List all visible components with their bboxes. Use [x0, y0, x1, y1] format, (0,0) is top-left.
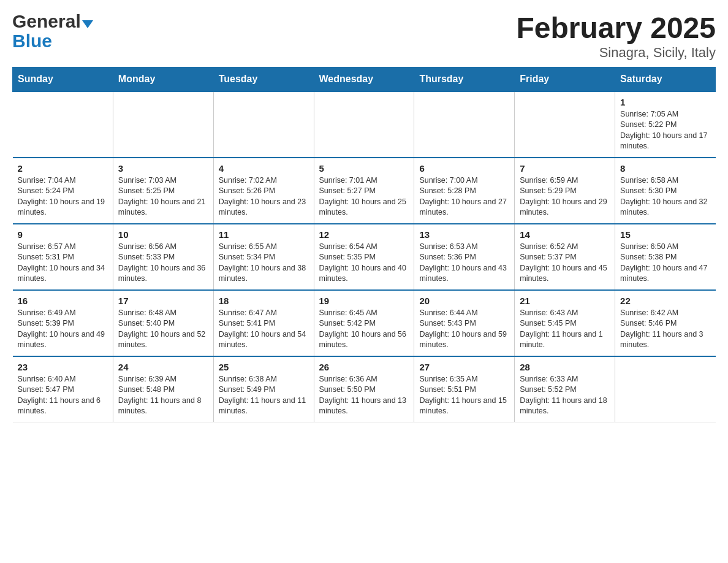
calendar-header-row: Sunday Monday Tuesday Wednesday Thursday…	[13, 67, 716, 91]
day-info: Sunrise: 7:03 AMSunset: 5:25 PMDaylight:…	[118, 175, 208, 218]
calendar-cell: 10Sunrise: 6:56 AMSunset: 5:33 PMDayligh…	[113, 224, 213, 290]
col-sunday: Sunday	[13, 67, 113, 91]
day-number: 8	[620, 163, 710, 174]
calendar-cell: 1Sunrise: 7:05 AMSunset: 5:22 PMDaylight…	[615, 91, 716, 158]
day-info: Sunrise: 6:53 AMSunset: 5:36 PMDaylight:…	[419, 242, 509, 285]
logo-triangle-icon	[82, 20, 93, 28]
calendar-cell: 14Sunrise: 6:52 AMSunset: 5:37 PMDayligh…	[515, 224, 615, 290]
calendar-week-row: 1Sunrise: 7:05 AMSunset: 5:22 PMDaylight…	[13, 91, 716, 158]
calendar-cell: 12Sunrise: 6:54 AMSunset: 5:35 PMDayligh…	[314, 224, 414, 290]
calendar-cell: 11Sunrise: 6:55 AMSunset: 5:34 PMDayligh…	[213, 224, 314, 290]
day-info: Sunrise: 6:47 AMSunset: 5:41 PMDaylight:…	[219, 308, 309, 351]
day-number: 7	[520, 163, 610, 174]
calendar-cell: 24Sunrise: 6:39 AMSunset: 5:48 PMDayligh…	[113, 356, 213, 423]
day-info: Sunrise: 7:01 AMSunset: 5:27 PMDaylight:…	[319, 175, 409, 218]
calendar-cell	[615, 356, 716, 423]
calendar-cell: 5Sunrise: 7:01 AMSunset: 5:27 PMDaylight…	[314, 158, 414, 224]
day-number: 9	[18, 229, 108, 240]
day-info: Sunrise: 6:54 AMSunset: 5:35 PMDaylight:…	[319, 242, 409, 285]
day-info: Sunrise: 6:44 AMSunset: 5:43 PMDaylight:…	[419, 308, 509, 351]
day-info: Sunrise: 6:40 AMSunset: 5:47 PMDaylight:…	[18, 374, 108, 417]
day-number: 14	[520, 229, 610, 240]
day-info: Sunrise: 6:55 AMSunset: 5:34 PMDaylight:…	[219, 242, 309, 285]
calendar-cell: 13Sunrise: 6:53 AMSunset: 5:36 PMDayligh…	[414, 224, 515, 290]
day-number: 17	[118, 296, 208, 306]
day-info: Sunrise: 6:36 AMSunset: 5:50 PMDaylight:…	[319, 374, 409, 417]
calendar-cell: 19Sunrise: 6:45 AMSunset: 5:42 PMDayligh…	[314, 290, 414, 356]
calendar-cell: 20Sunrise: 6:44 AMSunset: 5:43 PMDayligh…	[414, 290, 515, 356]
calendar-cell: 6Sunrise: 7:00 AMSunset: 5:28 PMDaylight…	[414, 158, 515, 224]
calendar-cell	[113, 91, 213, 158]
calendar-cell: 25Sunrise: 6:38 AMSunset: 5:49 PMDayligh…	[213, 356, 314, 423]
calendar-cell: 8Sunrise: 6:58 AMSunset: 5:30 PMDaylight…	[615, 158, 716, 224]
calendar-cell: 21Sunrise: 6:43 AMSunset: 5:45 PMDayligh…	[515, 290, 615, 356]
calendar-cell	[213, 91, 314, 158]
calendar-week-row: 16Sunrise: 6:49 AMSunset: 5:39 PMDayligh…	[13, 290, 716, 356]
day-info: Sunrise: 6:48 AMSunset: 5:40 PMDaylight:…	[118, 308, 208, 351]
day-info: Sunrise: 6:59 AMSunset: 5:29 PMDaylight:…	[520, 175, 610, 218]
day-info: Sunrise: 6:50 AMSunset: 5:38 PMDaylight:…	[620, 242, 710, 285]
calendar-cell	[414, 91, 515, 158]
day-info: Sunrise: 6:33 AMSunset: 5:52 PMDaylight:…	[520, 374, 610, 417]
logo-blue-text: Blue	[12, 31, 52, 52]
day-number: 20	[419, 296, 509, 306]
day-number: 26	[319, 362, 409, 372]
day-number: 16	[18, 296, 108, 306]
calendar-cell: 16Sunrise: 6:49 AMSunset: 5:39 PMDayligh…	[13, 290, 113, 356]
col-thursday: Thursday	[414, 67, 515, 91]
day-info: Sunrise: 7:02 AMSunset: 5:26 PMDaylight:…	[219, 175, 309, 218]
col-tuesday: Tuesday	[213, 67, 314, 91]
col-saturday: Saturday	[615, 67, 716, 91]
logo-general-text: General	[12, 12, 81, 31]
day-number: 13	[419, 229, 509, 240]
calendar-cell	[515, 91, 615, 158]
calendar-cell: 15Sunrise: 6:50 AMSunset: 5:38 PMDayligh…	[615, 224, 716, 290]
calendar-cell: 3Sunrise: 7:03 AMSunset: 5:25 PMDaylight…	[113, 158, 213, 224]
calendar-cell: 7Sunrise: 6:59 AMSunset: 5:29 PMDaylight…	[515, 158, 615, 224]
day-number: 15	[620, 229, 710, 240]
day-number: 2	[18, 163, 108, 174]
calendar-cell: 4Sunrise: 7:02 AMSunset: 5:26 PMDaylight…	[213, 158, 314, 224]
day-info: Sunrise: 6:52 AMSunset: 5:37 PMDaylight:…	[520, 242, 610, 285]
calendar-week-row: 2Sunrise: 7:04 AMSunset: 5:24 PMDaylight…	[13, 158, 716, 224]
day-info: Sunrise: 6:57 AMSunset: 5:31 PMDaylight:…	[18, 242, 108, 285]
calendar-cell: 22Sunrise: 6:42 AMSunset: 5:46 PMDayligh…	[615, 290, 716, 356]
day-info: Sunrise: 6:42 AMSunset: 5:46 PMDaylight:…	[620, 308, 710, 351]
logo: General Blue	[12, 12, 93, 52]
day-number: 4	[219, 163, 309, 174]
calendar-cell: 27Sunrise: 6:35 AMSunset: 5:51 PMDayligh…	[414, 356, 515, 423]
day-info: Sunrise: 6:39 AMSunset: 5:48 PMDaylight:…	[118, 374, 208, 417]
page-subtitle: Sinagra, Sicily, Italy	[516, 45, 716, 61]
day-number: 3	[118, 163, 208, 174]
calendar-cell	[13, 91, 113, 158]
day-info: Sunrise: 6:45 AMSunset: 5:42 PMDaylight:…	[319, 308, 409, 351]
calendar-cell: 2Sunrise: 7:04 AMSunset: 5:24 PMDaylight…	[13, 158, 113, 224]
calendar-cell: 18Sunrise: 6:47 AMSunset: 5:41 PMDayligh…	[213, 290, 314, 356]
calendar-cell: 23Sunrise: 6:40 AMSunset: 5:47 PMDayligh…	[13, 356, 113, 423]
day-number: 25	[219, 362, 309, 372]
calendar-week-row: 23Sunrise: 6:40 AMSunset: 5:47 PMDayligh…	[13, 356, 716, 423]
col-friday: Friday	[515, 67, 615, 91]
calendar-table: Sunday Monday Tuesday Wednesday Thursday…	[12, 67, 716, 423]
day-info: Sunrise: 6:35 AMSunset: 5:51 PMDaylight:…	[419, 374, 509, 417]
day-info: Sunrise: 6:38 AMSunset: 5:49 PMDaylight:…	[219, 374, 309, 417]
calendar-cell: 26Sunrise: 6:36 AMSunset: 5:50 PMDayligh…	[314, 356, 414, 423]
col-wednesday: Wednesday	[314, 67, 414, 91]
col-monday: Monday	[113, 67, 213, 91]
page-header: General Blue February 2025 Sinagra, Sici…	[12, 12, 716, 61]
page-title: February 2025	[516, 12, 716, 45]
title-section: February 2025 Sinagra, Sicily, Italy	[516, 12, 716, 61]
day-number: 23	[18, 362, 108, 372]
calendar-cell	[314, 91, 414, 158]
day-number: 5	[319, 163, 409, 174]
day-number: 19	[319, 296, 409, 306]
day-number: 12	[319, 229, 409, 240]
day-info: Sunrise: 6:43 AMSunset: 5:45 PMDaylight:…	[520, 308, 610, 351]
calendar-cell: 28Sunrise: 6:33 AMSunset: 5:52 PMDayligh…	[515, 356, 615, 423]
calendar-cell: 17Sunrise: 6:48 AMSunset: 5:40 PMDayligh…	[113, 290, 213, 356]
day-number: 6	[419, 163, 509, 174]
calendar-cell: 9Sunrise: 6:57 AMSunset: 5:31 PMDaylight…	[13, 224, 113, 290]
day-info: Sunrise: 6:56 AMSunset: 5:33 PMDaylight:…	[118, 242, 208, 285]
day-info: Sunrise: 6:58 AMSunset: 5:30 PMDaylight:…	[620, 175, 710, 218]
day-number: 24	[118, 362, 208, 372]
